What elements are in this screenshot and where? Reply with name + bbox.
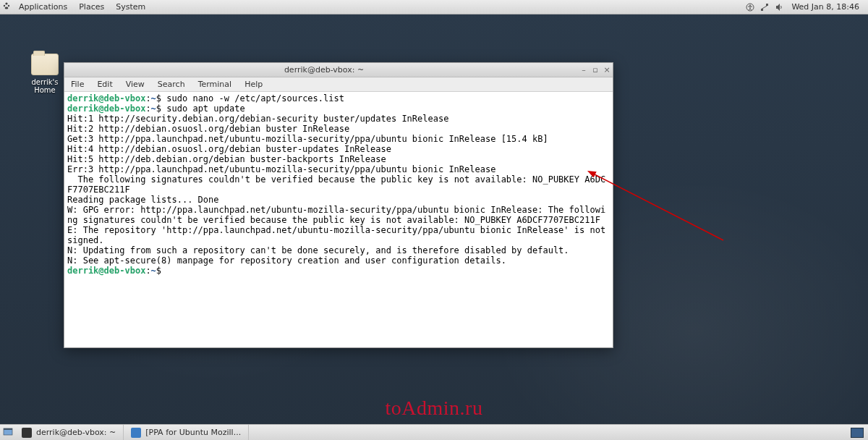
svg-point-3 xyxy=(5,7,9,9)
menu-search[interactable]: Search xyxy=(151,80,192,89)
term-line: Hit:5 http://deb.debian.org/debian buste… xyxy=(67,154,386,164)
accessibility-icon[interactable] xyxy=(745,2,755,12)
clock[interactable]: Wed Jan 8, 18:46 xyxy=(788,2,862,12)
term-line: The following signatures couldn't be ver… xyxy=(67,174,605,195)
prompt-user: derrik@deb-vbox xyxy=(67,93,145,103)
svg-point-1 xyxy=(4,5,5,7)
term-line: Hit:1 http://security.debian.org/debian-… xyxy=(67,114,448,124)
term-line: N: See apt-secure(8) manpage for reposit… xyxy=(67,255,506,266)
term-line: Hit:2 http://debian.osuosl.org/debian bu… xyxy=(67,124,349,134)
taskbar-label: derrik@deb-vbox: ~ xyxy=(36,428,116,437)
prompt-path: ~ xyxy=(151,93,156,103)
terminal-menubar: File Edit View Search Terminal Help xyxy=(64,77,613,92)
term-line: Get:3 http://ppa.launchpad.net/ubuntu-mo… xyxy=(67,134,548,144)
svg-rect-10 xyxy=(4,428,12,430)
cmd-line: sudo apt update xyxy=(166,103,244,114)
terminal-icon xyxy=(22,428,32,438)
prompt-user: derrik@deb-vbox xyxy=(67,266,145,276)
system-tray: Wed Jan 8, 18:46 xyxy=(745,2,868,12)
taskbar-label: [PPA for Ubuntu Mozill... xyxy=(145,428,241,437)
term-line: E: The repository 'http://ppa.launchpad.… xyxy=(67,225,610,245)
menu-edit[interactable]: Edit xyxy=(90,80,119,89)
prompt-path: ~ xyxy=(151,103,156,114)
term-line: Err:3 http://ppa.launchpad.net/ubuntu-mo… xyxy=(67,164,495,174)
terminal-window: derrik@deb-vbox: ~ – ▫ × File Edit View … xyxy=(64,62,613,348)
window-titlebar[interactable]: derrik@deb-vbox: ~ – ▫ × xyxy=(64,63,613,77)
terminal-body[interactable]: derrik@deb-vbox:~$ sudo nano -w /etc/apt… xyxy=(64,92,613,347)
svg-rect-6 xyxy=(761,9,763,11)
menu-help[interactable]: Help xyxy=(238,80,269,89)
volume-icon[interactable] xyxy=(774,2,784,12)
bottom-panel: derrik@deb-vbox: ~ [PPA for Ubuntu Mozil… xyxy=(0,424,868,440)
show-desktop-button[interactable] xyxy=(0,426,14,439)
network-icon[interactable] xyxy=(760,2,770,12)
term-line: W: GPG error: http://ppa.launchpad.net/u… xyxy=(67,205,605,225)
svg-point-5 xyxy=(749,4,751,6)
prompt-path: ~ xyxy=(151,266,156,276)
cmd-line: sudo nano -w /etc/apt/sources.list xyxy=(166,93,344,103)
window-title: derrik@deb-vbox: ~ xyxy=(70,65,578,75)
term-line: Reading package lists... Done xyxy=(67,195,219,205)
folder-icon xyxy=(31,54,59,75)
menu-applications[interactable]: Applications xyxy=(13,2,73,12)
term-line: Hit:4 http://debian.osuosl.org/debian bu… xyxy=(67,144,391,154)
svg-point-0 xyxy=(5,2,7,4)
svg-point-2 xyxy=(8,5,9,7)
taskbar-item-terminal[interactable]: derrik@deb-vbox: ~ xyxy=(14,425,124,440)
svg-rect-7 xyxy=(766,4,768,6)
desktop-home-label: derrik's Home xyxy=(22,78,68,94)
desktop-home-icon[interactable]: derrik's Home xyxy=(22,54,68,94)
menu-system[interactable]: System xyxy=(110,2,151,12)
prompt-user: derrik@deb-vbox xyxy=(67,103,145,114)
browser-icon xyxy=(131,428,141,438)
window-close-button[interactable]: × xyxy=(601,66,613,74)
taskbar-item-browser[interactable]: [PPA for Ubuntu Mozill... xyxy=(124,425,249,440)
workspace-indicator[interactable] xyxy=(851,428,864,438)
window-minimize-button[interactable]: – xyxy=(578,66,590,74)
term-line: N: Updating from such a repository can't… xyxy=(67,245,569,255)
menu-places[interactable]: Places xyxy=(73,2,110,12)
menu-terminal[interactable]: Terminal xyxy=(192,80,239,89)
top-panel: Applications Places System Wed Jan 8, 18… xyxy=(0,0,868,14)
menu-view[interactable]: View xyxy=(119,80,151,89)
gnome-icon[interactable] xyxy=(0,1,13,12)
menu-file[interactable]: File xyxy=(64,80,90,89)
watermark: toAdmin.ru xyxy=(386,397,483,420)
window-maximize-button[interactable]: ▫ xyxy=(590,66,601,74)
